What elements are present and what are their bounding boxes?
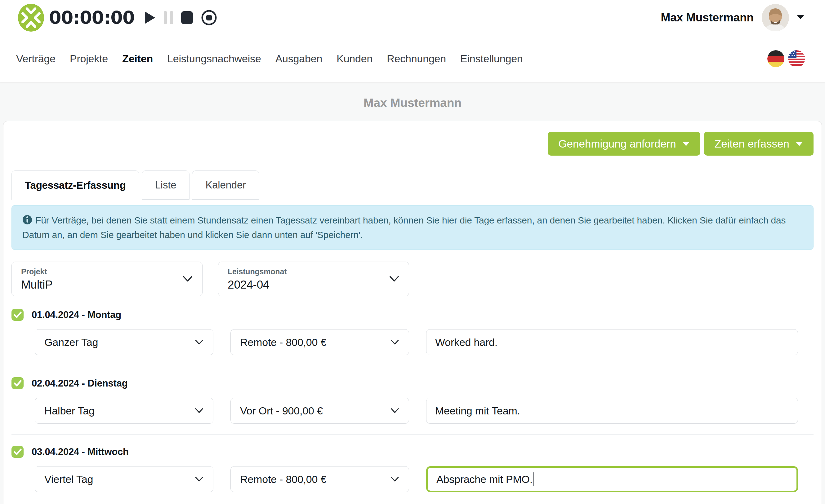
- actions-row: Genehmigung anfordern Zeiten erfassen: [11, 121, 814, 156]
- check-icon: [14, 380, 22, 387]
- german-flag-icon[interactable]: [767, 50, 784, 67]
- day-header: 03.04.2024 - Mittwoch: [11, 446, 814, 458]
- nav-item-projekte[interactable]: Projekte: [70, 53, 108, 65]
- day-row: 03.04.2024 - Mittwoch Viertel Tag Remote…: [11, 446, 814, 503]
- time-entry-card: Genehmigung anfordern Zeiten erfassen Ta…: [3, 121, 822, 504]
- app-logo-icon[interactable]: [17, 3, 45, 32]
- tab-liste[interactable]: Liste: [142, 170, 190, 199]
- duration-select[interactable]: Ganzer Tag: [35, 329, 213, 355]
- chevron-down-icon: [195, 477, 203, 482]
- nav-list: VerträgeProjekteZeitenLeistungsnachweise…: [16, 53, 523, 65]
- us-flag-icon[interactable]: [788, 50, 805, 67]
- day-date-label: 03.04.2024 - Mittwoch: [31, 446, 129, 457]
- user-name: Max Mustermann: [661, 11, 754, 24]
- project-select[interactable]: Projekt MultiP: [11, 262, 203, 296]
- chevron-down-icon: [391, 477, 399, 482]
- language-switcher: [767, 50, 805, 67]
- play-icon: [144, 11, 156, 24]
- pause-button[interactable]: [164, 11, 173, 24]
- avatar-photo: [762, 4, 789, 31]
- duration-select[interactable]: Viertel Tag: [35, 466, 213, 492]
- duration-select[interactable]: Halber Tag: [35, 398, 213, 424]
- stop-circle-button[interactable]: [201, 10, 217, 26]
- info-icon: [22, 215, 32, 228]
- chevron-down-icon: [389, 276, 399, 282]
- page-title: Max Mustermann: [0, 96, 825, 110]
- note-input[interactable]: Absprache mit PMO.: [426, 466, 798, 492]
- chevron-down-icon: [183, 276, 192, 282]
- info-banner-text: Für Verträge, bei denen Sie statt einem …: [22, 215, 785, 240]
- record-times-button[interactable]: Zeiten erfassen: [704, 132, 814, 156]
- day-date-label: 02.04.2024 - Dienstag: [31, 378, 128, 389]
- tabs: Tagessatz-ErfassungListeKalender: [11, 170, 814, 199]
- note-text: Worked hard.: [435, 336, 498, 348]
- note-text: Absprache mit PMO.: [436, 473, 532, 485]
- avatar[interactable]: [762, 4, 789, 31]
- info-banner: Für Verträge, bei denen Sie statt einem …: [11, 205, 814, 250]
- nav-item-zeiten[interactable]: Zeiten: [122, 53, 153, 65]
- note-text: Meeting mit Team.: [435, 405, 520, 417]
- filters: Projekt MultiP Leistungsmonat 2024-04: [11, 262, 814, 296]
- caret-down-icon: [682, 142, 690, 146]
- day-checkbox[interactable]: [11, 446, 23, 458]
- caret-down-icon: [796, 142, 803, 146]
- rate-select[interactable]: Remote - 800,00 €: [230, 466, 409, 492]
- chevron-down-icon: [391, 408, 399, 414]
- nav-item-ausgaben[interactable]: Ausgaben: [276, 53, 322, 65]
- day-controls: Ganzer Tag Remote - 800,00 € Worked hard…: [35, 329, 798, 355]
- service-month-select[interactable]: Leistungsmonat 2024-04: [218, 262, 409, 296]
- main-nav: VerträgeProjekteZeitenLeistungsnachweise…: [0, 35, 825, 82]
- play-button[interactable]: [144, 11, 156, 24]
- rate-select[interactable]: Remote - 800,00 €: [230, 329, 409, 355]
- tab-kalender[interactable]: Kalender: [192, 170, 259, 199]
- day-row: 01.04.2024 - Montag Ganzer Tag Remote - …: [11, 309, 814, 366]
- stop-circle-icon: [201, 10, 217, 26]
- check-icon: [14, 312, 22, 318]
- request-approval-button[interactable]: Genehmigung anfordern: [548, 132, 700, 156]
- stop-button[interactable]: [181, 11, 193, 24]
- day-controls: Viertel Tag Remote - 800,00 € Absprache …: [35, 466, 798, 492]
- timer-controls: [144, 10, 217, 26]
- tab-tagessatz-erfassung[interactable]: Tagessatz-Erfassung: [11, 170, 139, 199]
- row-divider: [11, 434, 814, 435]
- day-checkbox[interactable]: [11, 377, 23, 389]
- pause-icon: [164, 11, 173, 24]
- row-divider: [11, 366, 814, 366]
- day-row: 02.04.2024 - Dienstag Halber Tag Vor Ort…: [11, 377, 814, 435]
- timer-display: 00:00:00: [49, 7, 135, 28]
- rate-select[interactable]: Vor Ort - 900,00 €: [230, 398, 409, 424]
- nav-item-leistungsnachweise[interactable]: Leistungsnachweise: [167, 53, 261, 65]
- chevron-down-icon: [391, 340, 399, 345]
- day-header: 02.04.2024 - Dienstag: [11, 377, 814, 389]
- day-date-label: 01.04.2024 - Montag: [31, 309, 121, 321]
- nav-item-einstellungen[interactable]: Einstellungen: [460, 53, 523, 65]
- note-input[interactable]: Meeting mit Team.: [426, 398, 798, 424]
- nav-item-kunden[interactable]: Kunden: [336, 53, 373, 65]
- user-menu-caret-icon[interactable]: [797, 14, 805, 21]
- chevron-down-icon: [195, 340, 203, 345]
- note-input[interactable]: Worked hard.: [426, 329, 798, 355]
- nav-item-rechnungen[interactable]: Rechnungen: [387, 53, 446, 65]
- check-icon: [14, 448, 22, 455]
- row-divider: [11, 503, 814, 503]
- topbar: 00:00:00 Max Mustermann: [0, 0, 825, 35]
- stop-icon: [181, 11, 193, 24]
- day-list: 01.04.2024 - Montag Ganzer Tag Remote - …: [11, 309, 814, 504]
- text-cursor: [533, 473, 534, 486]
- day-header: 01.04.2024 - Montag: [11, 309, 814, 321]
- chevron-down-icon: [195, 408, 203, 414]
- day-controls: Halber Tag Vor Ort - 900,00 € Meeting mi…: [35, 398, 798, 424]
- nav-item-vertr-ge[interactable]: Verträge: [16, 53, 56, 65]
- day-checkbox[interactable]: [11, 309, 23, 321]
